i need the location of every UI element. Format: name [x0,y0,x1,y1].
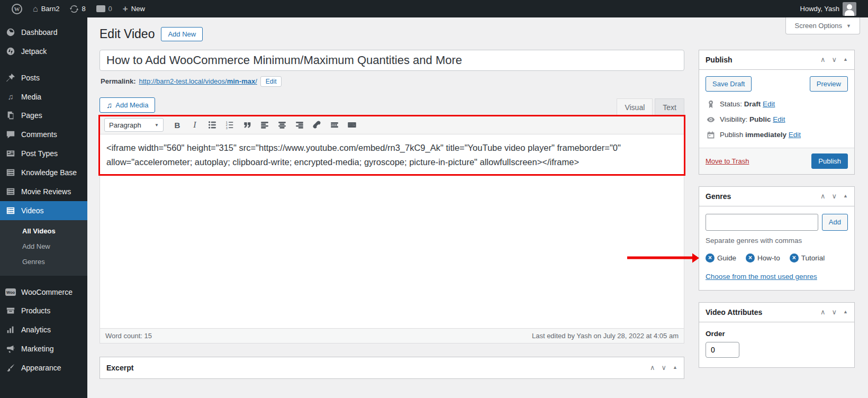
submenu-item-add-new[interactable]: Add New [0,239,87,254]
sidebar-item-pages[interactable]: Pages [0,106,87,125]
sidebar-item-appearance[interactable]: Appearance [0,358,87,377]
move-down-icon[interactable]: ∨ [832,56,837,63]
sidebar-item-products[interactable]: Products [0,301,87,320]
sidebar-item-media[interactable]: ♫ Media [0,87,87,106]
status-value: Draft [744,100,761,108]
sidebar-item-label: WooCommerce [21,288,73,296]
submenu-item-all-videos[interactable]: All Videos [0,223,87,239]
insert-link-button[interactable] [309,118,325,132]
post-status-row: Status: Draft Edit [707,100,847,108]
save-draft-button[interactable]: Save Draft [706,76,752,92]
genres-panel: Genres ∧ ∨ ▲ Add Separate genres with co… [699,186,855,291]
site-name-menu[interactable]: ⌂ Barn2 [28,0,65,17]
new-content-menu[interactable]: + New [117,0,150,17]
woocommerce-icon: Woo [5,288,16,296]
paintbrush-icon [5,363,16,373]
comments-count: 0 [108,5,112,13]
updates-menu[interactable]: 8 [65,0,91,17]
tab-text[interactable]: Text [655,98,684,116]
comments-menu[interactable]: 0 [91,0,117,17]
edit-status-link[interactable]: Edit [763,100,775,108]
format-select-value: Paragraph [109,121,141,129]
edit-visibility-link[interactable]: Edit [773,115,785,123]
editor-content[interactable]: <iframe width="560" height="315" src="ht… [100,134,684,328]
edit-schedule-link[interactable]: Edit [789,131,801,139]
wordpress-logo-menu[interactable]: W [6,0,28,17]
move-up-icon[interactable]: ∧ [820,309,826,315]
move-up-icon[interactable]: ∧ [650,364,655,371]
add-media-button[interactable]: ♫ Add Media [100,97,155,113]
sidebar-item-post-types[interactable]: Post Types [0,144,87,163]
sidebar-item-comments[interactable]: Comments [0,125,87,144]
sidebar-item-label: Comments [21,130,57,139]
submenu-item-genres[interactable]: Genres [0,254,87,269]
bulleted-list-button[interactable] [204,118,220,132]
choose-most-used-link[interactable]: Choose from the most used genres [706,273,817,281]
menu-separator [0,61,87,68]
numbered-list-button[interactable]: 123 [222,118,238,132]
sidebar-item-dashboard[interactable]: Dashboard [0,23,87,42]
svg-text:3: 3 [226,126,228,130]
italic-button[interactable]: I [187,118,203,132]
align-center-button[interactable] [274,118,290,132]
sidebar-item-woocommerce[interactable]: Woo WooCommerce [0,283,87,301]
sidebar-item-videos[interactable]: Videos [0,201,87,220]
move-down-icon[interactable]: ∨ [832,309,837,315]
sidebar-item-marketing[interactable]: Marketing [0,339,87,358]
sidebar-item-label: Post Types [21,149,58,158]
bar-chart-icon [5,325,16,334]
align-right-button[interactable] [292,118,308,132]
remove-genre-icon[interactable]: × [746,254,755,263]
sidebar-item-posts[interactable]: Posts [0,68,87,87]
remove-genre-icon[interactable]: × [790,254,799,263]
add-genre-input[interactable] [706,214,818,231]
permalink-link[interactable]: http://barn2-test.local/videos/min-max/ [139,77,257,85]
list-icon [5,206,16,215]
move-down-icon[interactable]: ∨ [662,364,667,371]
edit-permalink-button[interactable]: Edit [260,76,282,87]
move-up-icon[interactable]: ∧ [820,193,826,200]
read-more-tag-button[interactable] [327,118,342,132]
collapse-panel-icon[interactable]: ▲ [843,57,848,62]
updates-count: 8 [82,5,85,13]
collapse-panel-icon[interactable]: ▲ [843,194,848,198]
tab-visual[interactable]: Visual [617,98,653,116]
move-up-icon[interactable]: ∧ [820,56,826,63]
order-label: Order [706,330,848,338]
chevron-down-icon: ▼ [846,23,851,29]
post-visibility-row: Visibility: Public Edit [707,115,847,124]
sidebar-item-movie-reviews[interactable]: Movie Reviews [0,182,87,201]
add-genre-button[interactable]: Add [822,214,848,231]
align-left-button[interactable] [257,118,273,132]
red-annotation-arrow [627,257,697,259]
collapse-panel-icon[interactable]: ▲ [673,365,677,370]
index-card-icon [5,149,16,158]
schedule-label: Publish [720,131,743,139]
preview-button[interactable]: Preview [810,76,848,92]
post-title-input[interactable] [100,50,684,71]
word-count-value: 15 [144,332,151,340]
screen-options-label: Screen Options [794,22,842,30]
blockquote-button[interactable] [239,118,255,132]
add-new-button[interactable]: Add New [161,27,203,41]
media-icon: ♫ [5,92,16,101]
paragraph-format-select[interactable]: Paragraph ▼ [104,118,164,132]
admin-sidebar: Dashboard Jetpack Posts ♫ Media Pages Co… [0,17,87,398]
publish-button[interactable]: Publish [811,153,848,169]
move-down-icon[interactable]: ∨ [832,193,837,200]
screen-options-button[interactable]: Screen Options ▼ [785,17,860,34]
sidebar-item-analytics[interactable]: Analytics [0,320,87,339]
bold-button[interactable]: B [169,118,185,132]
move-to-trash-link[interactable]: Move to Trash [706,157,749,165]
my-account-menu[interactable]: Howdy, Yash [795,0,862,17]
collapse-panel-icon[interactable]: ▲ [843,310,848,314]
sidebar-item-knowledge-base[interactable]: Knowledge Base [0,163,87,182]
order-input[interactable] [706,342,739,358]
status-label: Status: [720,100,742,108]
avatar [843,2,856,16]
toolbar-toggle-button[interactable] [344,118,360,132]
pin-icon [707,100,715,108]
sidebar-item-jetpack[interactable]: Jetpack [0,42,87,61]
chevron-down-icon: ▼ [155,123,159,128]
remove-genre-icon[interactable]: × [706,254,715,263]
